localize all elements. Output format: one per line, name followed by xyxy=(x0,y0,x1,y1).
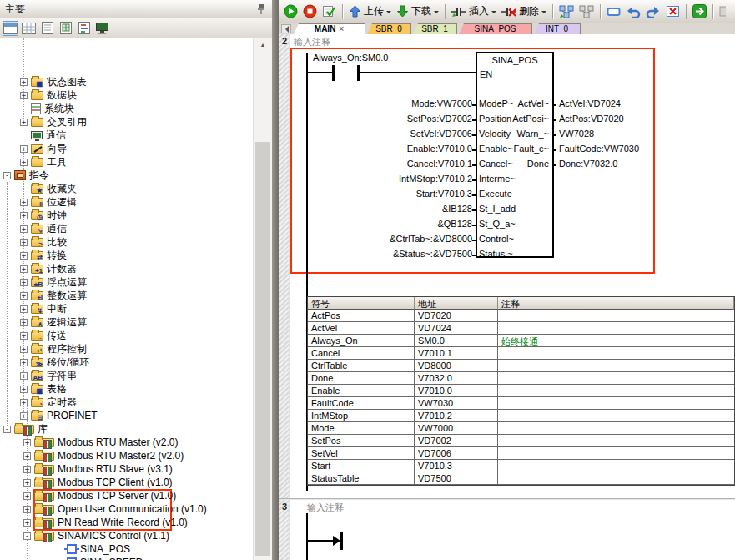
table-row[interactable]: IntMStopV7010.2 xyxy=(308,410,734,422)
pin-output-operand[interactable]: Done:V7032.0 xyxy=(559,159,617,169)
expand-plus-icon[interactable]: + xyxy=(20,279,28,286)
pin-input-operand[interactable]: Start:V7010.3 xyxy=(416,189,472,199)
tree-item--[interactable]: +◷时钟 xyxy=(20,209,67,222)
upload-button[interactable]: 上传 xyxy=(346,3,394,20)
expand-plus-icon[interactable]: + xyxy=(23,452,31,460)
tree-item-modbus-tcp-server-v1-0-[interactable]: +Modbus TCP Server (v1.0) xyxy=(23,489,176,502)
table-cell-comment[interactable] xyxy=(498,410,734,422)
tree-item--[interactable]: +AB字符串 xyxy=(20,369,77,382)
pin-input-operand[interactable]: &IB128 xyxy=(442,204,472,214)
network2-comment[interactable]: 输入注释 xyxy=(294,36,330,48)
grid-icon[interactable] xyxy=(21,21,37,36)
pin-output-operand[interactable]: FaultCode:VW7030 xyxy=(559,144,639,154)
tree-item-sinamics-control-v1-1-[interactable]: -SINAMICS Control (v1.1) xyxy=(23,529,169,542)
table-cell-address[interactable]: VD7002 xyxy=(415,435,498,447)
network3-comment[interactable]: 输入注释 xyxy=(307,502,344,514)
tree-item-modbus-rtu-slave-v3-1-[interactable]: +Modbus RTU Slave (v3.1) xyxy=(23,462,173,476)
tree-item--[interactable]: +↯中断 xyxy=(20,302,67,315)
go-next-button[interactable] xyxy=(690,3,709,20)
delete-dropdown-caret[interactable] xyxy=(541,11,546,16)
table-cell-address[interactable]: VW7000 xyxy=(415,422,498,435)
table-cell-comment[interactable] xyxy=(498,397,734,410)
table-cell-symbol[interactable]: Start xyxy=(308,460,415,472)
table-cell-address[interactable]: VD7500 xyxy=(415,472,498,485)
pin-input-operand[interactable]: Enable:V7010.0 xyxy=(407,144,472,154)
tree-item-modbus-rtu-master-v2-0-[interactable]: +Modbus RTU Master (v2.0) xyxy=(23,436,179,449)
tree-item--[interactable]: +±I整数运算 xyxy=(20,289,87,302)
table-cell-symbol[interactable]: FaultCode xyxy=(308,397,415,410)
table-cell-address[interactable]: V7010.2 xyxy=(415,410,498,422)
run-button[interactable] xyxy=(281,3,300,20)
table-cell-comment[interactable] xyxy=(498,360,734,372)
expand-plus-icon[interactable]: + xyxy=(20,412,28,420)
pin-input-operand[interactable]: Mode:VW7000 xyxy=(411,98,472,108)
table-row[interactable]: ActPosVD7020 xyxy=(308,310,734,322)
table-cell-symbol[interactable]: SetVel xyxy=(308,447,415,460)
expand-plus-icon[interactable]: + xyxy=(20,346,28,353)
table-cell-comment[interactable] xyxy=(498,385,734,397)
pin-input-operand[interactable]: Cancel:V7010.1 xyxy=(407,159,472,169)
stop-button[interactable] xyxy=(300,3,320,20)
table-row[interactable]: Always_OnSM0.0始终接通 xyxy=(308,335,734,347)
table-cell-symbol[interactable]: StatusTable xyxy=(308,472,415,485)
page-icon[interactable] xyxy=(39,21,55,36)
tree-item--[interactable]: 通信 xyxy=(20,129,66,142)
monitor-icon[interactable] xyxy=(94,21,110,36)
tree-item-sina_pos[interactable]: SINA_POS xyxy=(67,542,130,556)
ladder-editor[interactable]: 2 输入注释 Always_On:SM0.0 SINA_POS EN Mode:… xyxy=(279,34,735,560)
tree-item--[interactable]: +◔定时器 xyxy=(20,396,77,409)
tree-item--[interactable]: +交叉引用 xyxy=(20,115,87,129)
tab-close-icon[interactable]: × xyxy=(339,24,344,34)
tree-item--[interactable]: 系统块 xyxy=(20,102,74,115)
scroll-up-arrow[interactable]: ▲ xyxy=(254,38,272,52)
tree-item--[interactable]: +数据块 xyxy=(20,88,77,102)
expand-plus-icon[interactable]: + xyxy=(20,92,28,99)
expand-plus-icon[interactable]: + xyxy=(20,305,28,313)
table-row[interactable]: StartV7010.3 xyxy=(308,460,734,472)
scrollbar-thumb[interactable] xyxy=(255,142,270,556)
expand-plus-icon[interactable]: + xyxy=(20,78,28,86)
expand-plus-icon[interactable]: + xyxy=(20,199,28,206)
contact-operand-label[interactable]: Always_On:SM0.0 xyxy=(313,53,388,63)
pin-input-operand[interactable]: &QB128 xyxy=(437,219,472,229)
table-row[interactable]: ActVelVD7024 xyxy=(308,322,734,335)
expand-plus-icon[interactable]: + xyxy=(20,332,28,340)
tree-item--[interactable]: +>比较 xyxy=(20,235,67,249)
table-cell-symbol[interactable]: Enable xyxy=(308,385,415,397)
symbol-table-header-cell[interactable]: 注释 xyxy=(498,297,734,310)
table-cell-symbol[interactable]: Mode xyxy=(308,422,415,435)
expand-plus-icon[interactable]: + xyxy=(23,519,31,527)
tree-item--[interactable]: ★收藏夹 xyxy=(20,182,77,195)
pin-output-operand[interactable]: ActPos:VD7020 xyxy=(559,114,624,124)
tab-sina_pos[interactable]: SINA_POS xyxy=(459,23,532,34)
symbol-table-header-cell[interactable]: 地址 xyxy=(415,297,498,310)
tree-item--[interactable]: +▦表格 xyxy=(20,382,67,396)
tree-item--[interactable]: +≫移位/循环 xyxy=(20,356,89,369)
symbol-table[interactable]: 符号地址注释ActPosVD7020ActVelVD7024Always_OnS… xyxy=(307,296,735,486)
table-row[interactable]: DoneV7032.0 xyxy=(308,372,734,385)
tab-scroll-left-button[interactable] xyxy=(281,24,291,33)
tree-item--[interactable]: -库 xyxy=(3,422,48,436)
table-cell-comment[interactable] xyxy=(498,435,734,447)
expand-plus-icon[interactable]: + xyxy=(20,265,28,273)
expand-plus-icon[interactable]: + xyxy=(20,386,28,393)
page-grid-icon[interactable] xyxy=(58,21,73,36)
pin-input-operand[interactable]: &Status~:&VD7500 xyxy=(393,249,472,259)
expand-plus-icon[interactable]: + xyxy=(20,145,28,153)
expand-plus-icon[interactable]: + xyxy=(20,292,28,300)
tree-item--[interactable]: +∿通信 xyxy=(20,222,67,235)
tree-item--[interactable]: +工具 xyxy=(20,155,67,169)
expand-plus-icon[interactable]: + xyxy=(20,372,28,380)
tab-main[interactable]: MAIN× xyxy=(294,23,365,34)
insert-cursor-arrow-icon[interactable] xyxy=(333,536,345,546)
table-cell-address[interactable]: VD7006 xyxy=(415,447,498,460)
table-cell-comment[interactable] xyxy=(498,422,734,435)
insert-dropdown-caret[interactable] xyxy=(491,11,496,16)
table-cell-address[interactable]: V7010.1 xyxy=(415,347,498,360)
expand-plus-icon[interactable]: + xyxy=(20,212,28,219)
pin-input-operand[interactable]: &CtrlTab~:&VD8000 xyxy=(390,234,472,244)
expand-plus-icon[interactable]: + xyxy=(20,319,28,326)
expand-plus-icon[interactable]: + xyxy=(23,492,31,500)
table-row[interactable]: SetVelVD7006 xyxy=(308,447,734,460)
table-cell-symbol[interactable]: Always_On xyxy=(308,335,415,347)
